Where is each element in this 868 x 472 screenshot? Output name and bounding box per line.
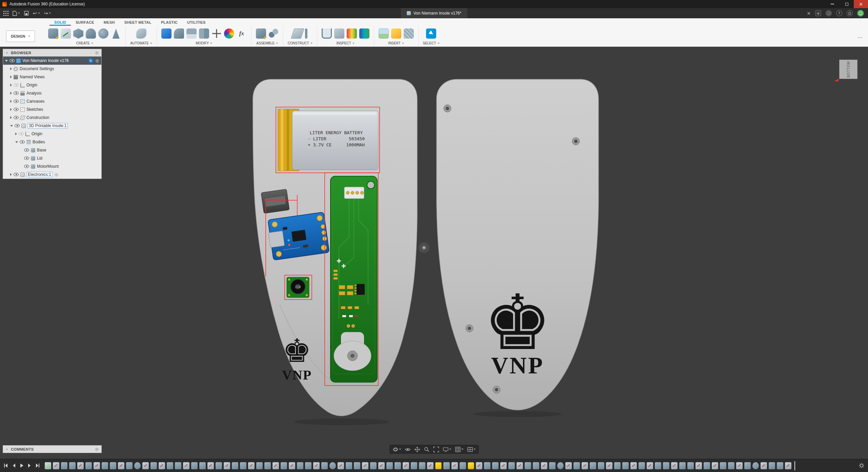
timeline-feature-icon[interactable] [321, 462, 328, 469]
maximize-button[interactable] [840, 0, 854, 8]
visibility-eye-icon[interactable] [19, 132, 24, 136]
grid-snaps-button[interactable] [455, 447, 463, 452]
expand-arrow-icon[interactable] [10, 108, 12, 111]
timeline-feature-icon[interactable] [362, 462, 368, 469]
timeline-feature-icon[interactable] [647, 462, 653, 469]
main-pcb[interactable] [330, 176, 377, 382]
extrude-icon[interactable] [73, 28, 83, 39]
timeline-feature-icon[interactable] [224, 462, 230, 469]
timeline-feature-icon[interactable] [728, 462, 734, 469]
move-copy-icon[interactable] [211, 28, 222, 39]
timeline-position-marker[interactable] [794, 461, 795, 470]
timeline-feature-icon[interactable] [549, 462, 556, 469]
timeline-feature-icon[interactable] [476, 462, 482, 469]
timeline-feature-icon[interactable] [134, 462, 141, 469]
browser-item-motormount[interactable]: MotorMount [3, 162, 101, 170]
timeline-feature-icon[interactable] [565, 462, 572, 469]
undo-button[interactable]: ↩ [33, 11, 40, 16]
timeline-feature-icon[interactable] [720, 462, 726, 469]
job-status-button[interactable] [826, 10, 832, 16]
timeline-feature-icon[interactable] [167, 462, 173, 469]
timeline-feature-icon[interactable] [468, 462, 474, 469]
minimize-button[interactable] [825, 0, 840, 8]
timeline-feature-icon[interactable] [573, 462, 580, 469]
browser-item-base[interactable]: Base [3, 146, 101, 154]
timeline-feature-icon[interactable] [94, 462, 100, 469]
timeline-feature-icon[interactable] [272, 462, 279, 469]
fillet-icon[interactable] [174, 28, 184, 39]
expand-arrow-icon[interactable] [10, 67, 12, 70]
browser-item-origin[interactable]: Origin [3, 130, 101, 138]
revolve-icon[interactable] [86, 28, 96, 39]
timeline-feature-icon[interactable] [712, 462, 718, 469]
interference-icon[interactable] [334, 28, 344, 39]
decal-icon[interactable] [391, 28, 401, 39]
timeline-feature-icon[interactable] [313, 462, 320, 469]
charger-pcb[interactable] [266, 212, 329, 260]
tab-sheet-metal[interactable]: SHEET METAL [120, 19, 156, 26]
timeline-feature-icon[interactable] [289, 462, 295, 469]
timeline-feature-icon[interactable] [752, 462, 759, 469]
timeline-feature-icon[interactable] [598, 462, 604, 469]
timeline-feature-icon[interactable] [533, 462, 539, 469]
construct-group-label[interactable]: CONSTRUCT [288, 41, 312, 45]
play-button[interactable] [19, 463, 24, 468]
browser-item-sketches[interactable]: Sketches [3, 105, 101, 114]
timeline-feature-icon[interactable] [427, 462, 433, 469]
inspect-group-label[interactable]: INSPECT [336, 41, 354, 45]
timeline-feature-icon[interactable] [53, 462, 59, 469]
visibility-eye-icon[interactable] [14, 83, 19, 87]
timeline-feature-icon[interactable] [45, 462, 51, 469]
timeline-feature-icon[interactable] [744, 462, 751, 469]
sync-badge-icon[interactable]: ↻ [88, 58, 93, 63]
browser-item-3d-printable-insole-1[interactable]: 3D Printable Insole:1 [3, 122, 101, 130]
browser-item-bodies[interactable]: Bodies [3, 138, 101, 146]
visibility-eye-icon[interactable] [14, 100, 19, 103]
timeline-feature-icon[interactable] [248, 462, 255, 469]
timeline-feature-icon[interactable] [671, 462, 678, 469]
timeline-feature-icon[interactable] [386, 462, 393, 469]
power-module[interactable]: 220 [287, 277, 309, 297]
change-parameters-icon[interactable]: fx [237, 28, 247, 39]
zoom-button[interactable] [424, 447, 429, 452]
lipo-battery[interactable]: LITER ENERGY BATTERY - LITER 503450 + 3.… [278, 109, 378, 171]
timeline-feature-icon[interactable] [232, 462, 238, 469]
browser-item-named-views[interactable]: Named Views [3, 73, 101, 81]
panel-options-icon[interactable]: ◎ [95, 447, 99, 451]
timeline-feature-icon[interactable] [150, 462, 157, 469]
timeline-feature-icon[interactable] [525, 462, 531, 469]
timeline-feature-icon[interactable] [769, 462, 775, 469]
new-component-icon[interactable] [256, 28, 266, 39]
orbit-button[interactable] [392, 447, 401, 452]
insert-group-label[interactable]: INSERT [388, 41, 404, 45]
timeline-feature-icon[interactable] [630, 462, 637, 469]
timeline-feature-icon[interactable] [126, 462, 133, 469]
expand-arrow-icon[interactable] [5, 60, 8, 62]
select-cursor-icon[interactable] [426, 28, 436, 39]
visibility-eye-icon[interactable] [24, 148, 29, 152]
collapse-panel-icon[interactable]: « [6, 447, 8, 451]
timeline-feature-icon[interactable] [191, 462, 198, 469]
timeline-feature-icon[interactable] [419, 462, 425, 469]
select-group-label[interactable]: SELECT [423, 41, 440, 45]
target-badge-icon[interactable]: ◎ [54, 172, 59, 177]
document-tab[interactable]: Von Niemann Insole v176* [400, 8, 468, 18]
viewports-button[interactable] [467, 447, 476, 452]
automate-group-label[interactable]: AUTOMATE [130, 41, 152, 45]
timeline-feature-icon[interactable] [346, 462, 352, 469]
timeline-feature-icon[interactable] [142, 462, 149, 469]
expand-arrow-icon[interactable] [10, 116, 12, 119]
sweep-icon[interactable] [98, 28, 108, 39]
insert-canvas-icon[interactable] [379, 28, 389, 39]
data-panel-grid-icon[interactable] [3, 11, 8, 16]
timeline-feature-icon[interactable] [281, 462, 287, 469]
joint-icon[interactable] [268, 28, 279, 39]
visibility-eye-icon[interactable] [14, 108, 19, 111]
measure-icon[interactable] [322, 28, 332, 39]
timeline-feature-icon[interactable] [777, 462, 783, 469]
canvas-3d-view[interactable]: LITER ENERGY BATTERY - LITER 503450 + 3.… [0, 0, 868, 472]
timeline-track[interactable] [45, 461, 854, 470]
tab-surface[interactable]: SURFACE [71, 19, 99, 26]
timeline-feature-icon[interactable] [492, 462, 499, 469]
timeline-feature-icon[interactable] [541, 462, 547, 469]
